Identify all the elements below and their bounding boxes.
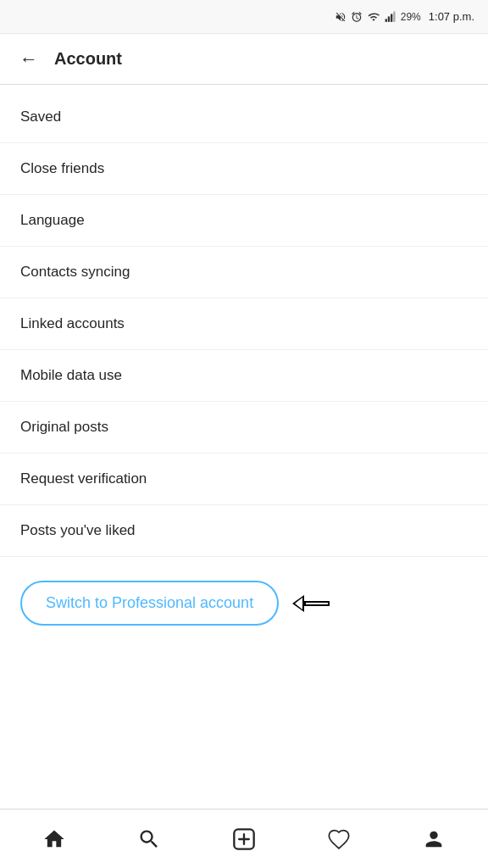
wifi-icon — [367, 11, 380, 23]
menu-item-language[interactable]: Language — [0, 195, 488, 247]
back-arrow-icon: ← — [19, 48, 38, 70]
menu-list: Saved Close friends Language Contacts sy… — [0, 85, 488, 809]
professional-section: Switch to Professional account — [0, 557, 488, 643]
nav-home[interactable] — [30, 815, 78, 863]
menu-item-contacts-syncing[interactable]: Contacts syncing — [0, 247, 488, 298]
professional-btn-wrapper: Switch to Professional account — [20, 581, 343, 626]
menu-item-mobile-data-use[interactable]: Mobile data use — [0, 350, 488, 402]
switch-professional-button[interactable]: Switch to Professional account — [20, 581, 279, 626]
signal-icon — [385, 11, 396, 23]
menu-item-close-friends[interactable]: Close friends — [0, 143, 488, 195]
menu-item-request-verification[interactable]: Request verification — [0, 453, 488, 505]
svg-rect-3 — [393, 11, 395, 21]
add-icon — [232, 827, 256, 851]
header: ← Account — [0, 34, 488, 85]
profile-icon — [422, 827, 446, 851]
nav-add[interactable] — [220, 815, 268, 863]
arrow-right-icon — [292, 588, 343, 619]
svg-rect-0 — [385, 19, 386, 22]
home-icon — [42, 827, 66, 851]
nav-heart[interactable] — [315, 815, 363, 863]
heart-icon — [327, 827, 351, 851]
bottom-nav — [0, 809, 488, 868]
back-button[interactable]: ← — [14, 44, 44, 75]
status-bar: 29% 1:07 p.m. — [0, 0, 488, 34]
svg-rect-2 — [391, 14, 392, 21]
menu-item-posts-youve-liked[interactable]: Posts you've liked — [0, 505, 488, 557]
menu-item-original-posts[interactable]: Original posts — [0, 402, 488, 453]
alarm-icon — [351, 11, 363, 23]
nav-search[interactable] — [125, 815, 173, 863]
status-icons: 29% 1:07 p.m. — [335, 10, 474, 23]
svg-rect-1 — [388, 16, 390, 21]
status-time: 1:07 p.m. — [429, 10, 474, 23]
professional-btn-label: Switch to Professional account — [46, 594, 253, 611]
menu-item-saved[interactable]: Saved — [0, 92, 488, 143]
svg-rect-6 — [306, 603, 328, 604]
page-title: Account — [54, 49, 122, 69]
search-icon — [137, 827, 161, 851]
nav-profile[interactable] — [410, 815, 458, 863]
battery-text: 29% — [401, 11, 421, 23]
menu-item-linked-accounts[interactable]: Linked accounts — [0, 298, 488, 350]
mute-icon — [335, 11, 347, 23]
